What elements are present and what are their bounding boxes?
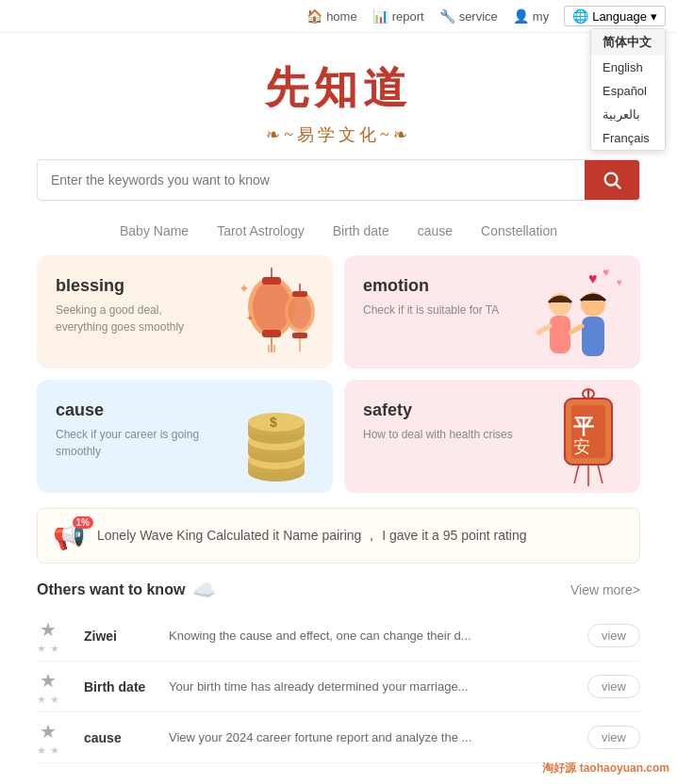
svg-text:✦: ✦ (239, 281, 250, 296)
notif-icon-wrap: 📢 1% (53, 520, 86, 551)
cause-illustration: $ (234, 408, 319, 483)
star-small-icon: ★ (50, 743, 59, 756)
nav-report-label: report (392, 9, 424, 24)
nav-my[interactable]: 👤 my (513, 8, 549, 24)
list-item: ★ ★ ★ cause View your 2024 career fortun… (37, 712, 640, 763)
lang-en[interactable]: English (591, 56, 665, 79)
star-decoration-3: ★ ★ ★ (37, 719, 59, 756)
service-icon: 🔧 (439, 8, 455, 24)
star-big-icon: ★ (40, 668, 57, 691)
svg-rect-12 (292, 291, 307, 297)
nav-home[interactable]: 🏠 home (306, 8, 357, 24)
notification-bar: 📢 1% Lonely Wave King Calculated it Name… (37, 508, 640, 564)
chevron-down-icon: ▾ (651, 9, 657, 24)
watermark: 淘好源 taohaoyuan.com (542, 760, 669, 776)
svg-point-11 (289, 295, 311, 329)
quick-link-constellation[interactable]: Constellation (481, 223, 557, 238)
star-small-icon: ★ (37, 642, 46, 654)
svg-point-0 (605, 173, 618, 186)
card-emotion-desc: Check if it is suitable for TA (363, 302, 514, 318)
list-category-2: Birth date (84, 679, 169, 694)
nav-service-label: service (459, 9, 498, 24)
svg-text:平: 平 (573, 415, 595, 438)
star-decoration-2: ★ ★ ★ (37, 668, 59, 705)
card-cause-desc: Check if your career is going smoothly (56, 426, 206, 460)
card-safety-desc: How to deal with health crises (363, 426, 514, 443)
svg-text:✦: ✦ (246, 313, 254, 323)
nav-report[interactable]: 📊 report (372, 8, 424, 24)
view-button-3[interactable]: view (587, 726, 640, 749)
quick-link-baby-name[interactable]: Baby Name (120, 223, 189, 238)
search-bar (37, 159, 640, 201)
view-more-link[interactable]: View more> (570, 582, 640, 597)
nav-my-label: my (533, 9, 549, 24)
search-input[interactable] (38, 163, 585, 197)
list-desc-1: Knowing the cause and effect, one can ch… (169, 629, 587, 643)
report-icon: 📊 (372, 8, 388, 24)
search-button[interactable] (585, 160, 639, 200)
star-big-icon: ★ (40, 617, 57, 640)
card-emotion[interactable]: emotion Check if it is suitable for TA ♥… (344, 255, 640, 368)
section-title: Others want to know ☁️ (37, 579, 216, 601)
svg-text:安: 安 (573, 437, 590, 456)
svg-rect-5 (262, 330, 281, 337)
star-small-icon: ★ (37, 693, 46, 705)
card-blessing-desc: Seeking a good deal, everything goes smo… (56, 302, 206, 335)
svg-point-3 (253, 281, 290, 334)
star-decoration-1: ★ ★ ★ (37, 617, 59, 654)
list-desc-3: View your 2024 career fortune report and… (169, 730, 587, 744)
site-title: 先知道 (0, 59, 677, 118)
list-category-3: cause (84, 730, 169, 745)
quick-link-tarot[interactable]: Tarot Astrology (217, 223, 305, 238)
quick-links: Baby Name Tarot Astrology Birth date cau… (0, 223, 677, 238)
card-cause[interactable]: cause Check if your career is going smoo… (37, 380, 333, 493)
list-category-1: Ziwei (84, 629, 169, 644)
svg-line-42 (574, 465, 579, 483)
hero-section: 先知道 ❧~易学文化~❧ (0, 33, 677, 159)
list-item: ★ ★ ★ Ziwei Knowing the cause and effect… (37, 611, 640, 662)
star-small-icon: ★ (37, 743, 46, 756)
card-safety[interactable]: safety How to deal with health crises 平 … (344, 380, 640, 493)
person-icon: 👤 (513, 8, 529, 24)
view-button-1[interactable]: view (587, 624, 640, 647)
globe-icon: 🌐 (572, 8, 588, 24)
svg-text:♥: ♥ (588, 270, 598, 286)
star-small-icon: ★ (50, 693, 59, 705)
top-nav: 🏠 home 📊 report 🔧 service 👤 my 🌐 Languag… (0, 0, 677, 33)
quick-link-cause[interactable]: cause (418, 223, 453, 238)
svg-line-1 (616, 184, 620, 188)
emotion-illustration: ♥ ♥ ♥ (508, 265, 640, 368)
lang-fr[interactable]: Français (591, 126, 665, 150)
site-subtitle: ❧~易学文化~❧ (0, 123, 677, 146)
language-button[interactable]: 🌐 Language ▾ (564, 6, 666, 26)
svg-rect-22 (550, 316, 570, 353)
language-label: Language (592, 9, 647, 24)
star-big-icon: ★ (40, 719, 57, 742)
card-blessing[interactable]: blessing Seeking a good deal, everything… (37, 255, 333, 368)
svg-text:$: $ (270, 415, 277, 430)
notif-badge: 1% (73, 516, 93, 529)
svg-line-23 (538, 326, 550, 333)
list-desc-2: Your birth time has already determined y… (169, 679, 587, 694)
search-icon (602, 170, 622, 190)
nav-service[interactable]: 🔧 service (439, 8, 498, 24)
svg-rect-25 (582, 317, 604, 356)
lang-ar[interactable]: بالعربية (591, 103, 665, 126)
deco-icon: ☁️ (192, 579, 216, 601)
quick-link-birth-date[interactable]: Birth date (333, 223, 389, 238)
home-icon: 🏠 (306, 8, 322, 24)
svg-text:♥: ♥ (617, 277, 622, 287)
lang-es[interactable]: Español (591, 79, 665, 103)
svg-text:♥: ♥ (603, 266, 609, 279)
star-small-icon: ★ (50, 642, 59, 654)
lang-zhcn[interactable]: 简体中文 (591, 29, 665, 56)
blessing-illustration: ✦ ✦ (220, 260, 323, 354)
svg-rect-4 (262, 277, 281, 285)
svg-rect-13 (292, 333, 307, 338)
nav-home-label: home (326, 9, 357, 24)
section-header: Others want to know ☁️ View more> (37, 579, 640, 601)
cards-grid: blessing Seeking a good deal, everything… (37, 255, 640, 493)
svg-line-26 (570, 326, 582, 333)
notif-text: Lonely Wave King Calculated it Name pair… (97, 528, 527, 545)
view-button-2[interactable]: view (587, 675, 640, 698)
